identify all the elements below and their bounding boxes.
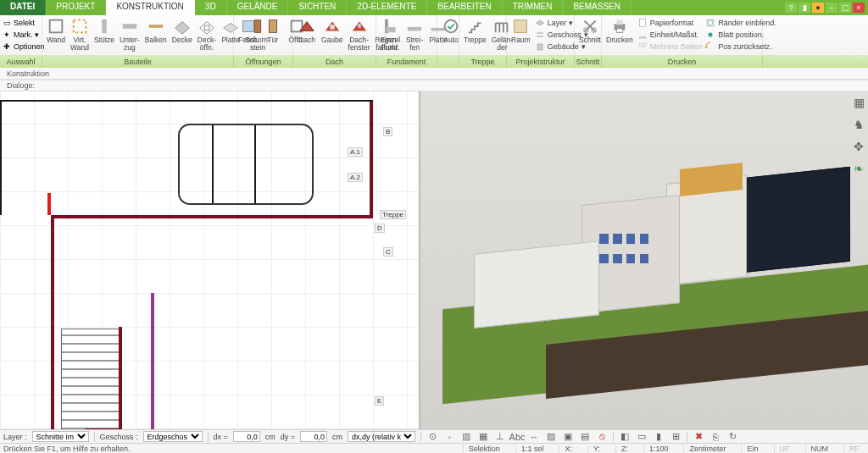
- btn-einzelfund[interactable]: Einzel Fund.: [380, 17, 401, 52]
- svg-rect-1: [74, 20, 86, 33]
- dimension-icon[interactable]: ↔: [528, 431, 540, 443]
- tab-trimmen[interactable]: TRIMMEN: [503, 0, 564, 15]
- layers-icon[interactable]: ▦: [851, 95, 866, 110]
- btn-wand[interactable]: Wand: [46, 17, 66, 44]
- view-plan-icon[interactable]: ▭: [636, 431, 648, 443]
- panel-drucken: Drucken Papierformat Einheit/Maßst. Mehr…: [602, 15, 763, 55]
- btn-dachfenster[interactable]: Dach- fenster: [348, 17, 371, 52]
- help-icon[interactable]: ?: [785, 3, 797, 13]
- tag-treppe: Treppe: [380, 210, 406, 219]
- panel-bauteile: Wand Virt. Wand Stütze Unter- zug Balken…: [42, 15, 234, 55]
- btn-gaube[interactable]: Gaube: [320, 17, 344, 44]
- btn-balken[interactable]: Balken: [144, 17, 168, 44]
- main-tabstrip: DATEI PROJEKT KONSTRUKTION 3D GELÄNDE SI…: [0, 0, 868, 15]
- tab-3d[interactable]: 3D: [195, 0, 227, 15]
- geschoss-select[interactable]: Erdgeschos: [143, 431, 203, 442]
- snap-perp-icon[interactable]: ⊥: [494, 431, 506, 443]
- btn-virtwand[interactable]: Virt. Wand: [70, 17, 90, 52]
- tab-bearbeiten[interactable]: BEARBEITEN: [427, 0, 502, 15]
- view-grid-icon[interactable]: ⊞: [670, 431, 682, 443]
- svg-rect-17: [358, 24, 361, 28]
- svg-rect-19: [386, 27, 395, 32]
- btn-optionen[interactable]: ✚Optionen: [3, 41, 45, 52]
- btn-blattpos[interactable]: Blatt position.: [705, 29, 776, 41]
- btn-posreset[interactable]: Pos zurücksetz.: [705, 41, 776, 52]
- text-icon[interactable]: Abc: [511, 431, 523, 443]
- snap-grid-icon[interactable]: ▦: [477, 431, 489, 443]
- tree-icon[interactable]: ❧: [851, 161, 866, 176]
- subbar-konstruktion-label: Konstruktion: [3, 69, 53, 78]
- dy-input[interactable]: [300, 431, 327, 442]
- refresh-icon[interactable]: ↻: [726, 431, 738, 443]
- view-3d[interactable]: ▦ ♞ ✥ ❧: [420, 91, 868, 429]
- tab-bemassen[interactable]: BEMASSEN: [563, 0, 632, 15]
- tag-e: E: [375, 396, 384, 406]
- panel-auswahl: ▭Selekt ✦Mark.▾ ✚Optionen: [0, 15, 42, 55]
- delete-icon[interactable]: ✖: [693, 431, 704, 443]
- orbit-icon[interactable]: ✥: [851, 139, 866, 154]
- tab-konstruktion[interactable]: KONSTRUKTION: [106, 0, 194, 15]
- svg-point-22: [445, 20, 458, 33]
- panel-oeffnungen: Fenst. Tür Öffn.: [234, 15, 293, 55]
- snap-ortho-icon[interactable]: ▥: [460, 431, 472, 443]
- btn-mark[interactable]: ✦Mark.▾: [3, 29, 39, 41]
- close-icon[interactable]: ×: [853, 3, 865, 13]
- svg-rect-10: [242, 21, 253, 32]
- tab-datei[interactable]: DATEI: [0, 0, 46, 15]
- svg-rect-23: [515, 20, 527, 33]
- btn-selekt[interactable]: ▭Selekt: [3, 17, 35, 29]
- btn-deckoeffn[interactable]: Deck- öffn.: [197, 17, 217, 52]
- btn-stuetze[interactable]: Stütze: [93, 17, 115, 44]
- svg-rect-2: [102, 19, 107, 34]
- btn-dach[interactable]: Dach: [297, 17, 317, 44]
- min-icon[interactable]: –: [826, 3, 837, 13]
- ribbon: ▭Selekt ✦Mark.▾ ✚Optionen Wand Virt. Wan…: [0, 15, 868, 56]
- furniture-icon[interactable]: ♞: [851, 117, 866, 132]
- tab-gelaende[interactable]: GELÄNDE: [227, 0, 289, 15]
- subbar-dialoge-label: Dialoge:: [3, 81, 38, 90]
- flag-de-icon[interactable]: ▮: [798, 3, 810, 13]
- btn-raum[interactable]: Raum: [510, 17, 531, 44]
- hatch-icon[interactable]: ▨: [545, 431, 557, 443]
- panel-treppe: Treppe Gelän- der: [459, 15, 507, 55]
- coord-mode-select[interactable]: dx,dy (relativ ka: [348, 431, 415, 442]
- snap-mid-icon[interactable]: ◦: [443, 431, 455, 443]
- dx-label: dx =: [214, 433, 228, 441]
- btn-tuer[interactable]: Tür: [263, 17, 283, 44]
- svg-rect-25: [537, 32, 543, 34]
- subbar-konstruktion: Konstruktion: [0, 68, 868, 80]
- btn-schnitt[interactable]: Schnitt: [578, 17, 602, 44]
- view-2d[interactable]: A.1 A.2 B C Treppe D E: [0, 91, 420, 429]
- svg-rect-27: [537, 44, 542, 50]
- btn-fenster[interactable]: Fenst.: [237, 17, 259, 44]
- tab-sichten[interactable]: SICHTEN: [288, 0, 347, 15]
- btn-unterzug[interactable]: Unter- zug: [119, 17, 141, 52]
- copy-icon[interactable]: ⎘: [709, 431, 721, 443]
- view-3d-icon[interactable]: ▮: [653, 431, 665, 443]
- layer-select[interactable]: Schnitte im: [32, 431, 89, 442]
- btn-streifen[interactable]: Strei- fen: [404, 17, 425, 52]
- btn-papierformat[interactable]: Papierformat: [637, 17, 703, 29]
- tag-a1: A.1: [348, 147, 363, 157]
- snap-endpoint-icon[interactable]: ⊙: [426, 431, 438, 443]
- btn-drucken[interactable]: Drucken: [605, 17, 634, 44]
- dx-unit: cm: [265, 433, 275, 441]
- btn-auto[interactable]: Auto: [441, 17, 461, 44]
- max-icon[interactable]: ▢: [839, 3, 851, 13]
- group-icon[interactable]: ▣: [562, 431, 574, 443]
- status-num: NUM: [805, 445, 834, 453]
- btn-einheit[interactable]: Einheit/Maßst.: [637, 29, 703, 41]
- cancel-icon[interactable]: ⦸: [596, 431, 608, 443]
- svg-rect-15: [330, 25, 335, 30]
- tab-2delemente[interactable]: 2D-ELEMENTE: [347, 0, 427, 15]
- svg-rect-20: [408, 27, 422, 31]
- status-y: Y:: [587, 445, 605, 453]
- btn-decke[interactable]: Decke: [171, 17, 193, 44]
- view-iso-icon[interactable]: ◧: [619, 431, 631, 443]
- btn-treppe[interactable]: Treppe: [463, 17, 487, 44]
- tab-projekt[interactable]: PROJEKT: [46, 0, 106, 15]
- notify-icon[interactable]: ●: [812, 3, 824, 13]
- dx-input[interactable]: [233, 431, 260, 442]
- layer-icon[interactable]: ▤: [579, 431, 591, 443]
- btn-raender[interactable]: Ränder einblend.: [705, 17, 776, 29]
